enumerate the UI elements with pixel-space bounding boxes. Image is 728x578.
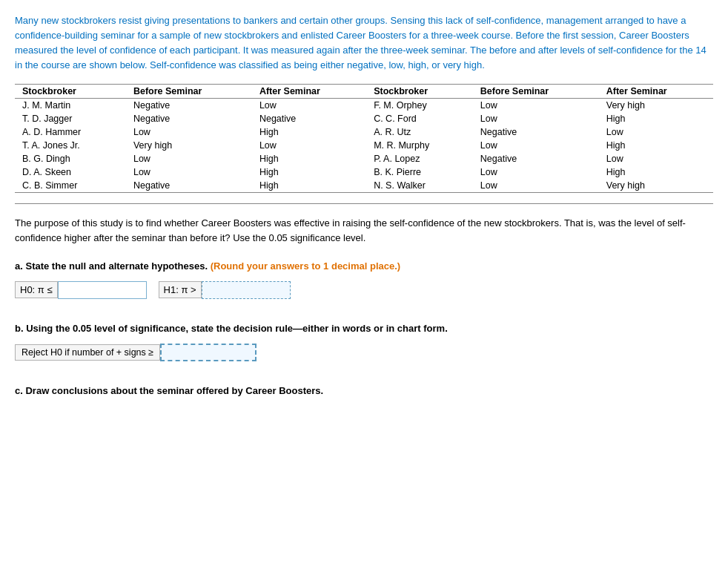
- table-cell: P. A. Lopez: [366, 152, 473, 165]
- section-b-label: b. Using the 0.05 level of significance,…: [15, 321, 713, 336]
- table-cell: Negative: [126, 98, 252, 112]
- table-cell: Negative: [252, 112, 366, 125]
- hypothesis-row: H0: π ≤ H1: π >: [15, 281, 713, 299]
- table-cell: Very high: [126, 139, 252, 152]
- table-cell: Negative: [126, 112, 252, 125]
- data-table: Stockbroker Before Seminar After Seminar…: [15, 85, 713, 193]
- table-cell: High: [599, 139, 713, 152]
- table-cell: Low: [126, 165, 252, 179]
- table-cell: J. M. Martin: [15, 98, 126, 112]
- table-cell: Low: [599, 152, 713, 165]
- section-c: c. Draw conclusions about the seminar of…: [15, 384, 713, 398]
- section-c-label: c. Draw conclusions about the seminar of…: [15, 384, 713, 398]
- table-row: J. M. MartinNegativeLowF. M. OrpheyLowVe…: [15, 98, 713, 112]
- intro-paragraph: Many new stockbrokers resist giving pres…: [15, 13, 713, 73]
- purpose-paragraph: The purpose of this study is to find whe…: [15, 216, 713, 246]
- table-row: T. D. JaggerNegativeNegativeC. C. FordLo…: [15, 112, 713, 125]
- col-header-after-2: After Seminar: [599, 85, 713, 99]
- table-row: D. A. SkeenLowHighB. K. PierreLowHigh: [15, 165, 713, 179]
- col-header-before-2: Before Seminar: [473, 85, 599, 99]
- table-cell: High: [252, 165, 366, 179]
- table-cell: High: [599, 165, 713, 179]
- decision-row: Reject H0 if number of + signs ≥: [15, 344, 713, 361]
- table-cell: T. A. Jones Jr.: [15, 139, 126, 152]
- section-c-letter: c.: [15, 385, 25, 396]
- decision-input[interactable]: [160, 344, 257, 361]
- col-header-stockbroker-1: Stockbroker: [15, 85, 126, 99]
- table-cell: High: [252, 152, 366, 165]
- table-cell: A. D. Hammer: [15, 125, 126, 139]
- table-cell: F. M. Orphey: [366, 98, 473, 112]
- table-cell: Low: [473, 165, 599, 179]
- section-b-text2: the decision rule—either in words or in …: [216, 323, 448, 334]
- table-cell: Low: [126, 152, 252, 165]
- table-row: A. D. HammerLowHighA. R. UtzNegativeLow: [15, 125, 713, 139]
- section-b-letter: b.: [15, 323, 26, 334]
- table-cell: High: [252, 179, 366, 193]
- table-row: T. A. Jones Jr.Very highLowM. R. MurphyL…: [15, 139, 713, 152]
- table-cell: C. C. Ford: [366, 112, 473, 125]
- table-cell: High: [599, 112, 713, 125]
- table-cell: B. G. Dingh: [15, 152, 126, 165]
- table-cell: Low: [473, 139, 599, 152]
- table-header-row: Stockbroker Before Seminar After Seminar…: [15, 85, 713, 99]
- section-a: a. State the null and alternate hypothes…: [15, 259, 713, 299]
- section-c-text: Draw conclusions about the seminar offer…: [25, 385, 323, 396]
- col-header-after-1: After Seminar: [252, 85, 366, 99]
- section-a-label: a. State the null and alternate hypothes…: [15, 259, 713, 274]
- table-cell: Very high: [599, 98, 713, 112]
- table-cell: Very high: [599, 179, 713, 193]
- table-cell: Low: [252, 139, 366, 152]
- table-cell: Low: [473, 179, 599, 193]
- decision-label: Reject H0 if number of + signs ≥: [15, 344, 160, 361]
- section-b-highlight: state: [191, 323, 214, 334]
- col-header-before-1: Before Seminar: [126, 85, 252, 99]
- h1-label: H1: π >: [159, 281, 202, 298]
- table-cell: B. K. Pierre: [366, 165, 473, 179]
- data-table-wrapper: Stockbroker Before Seminar After Seminar…: [15, 84, 713, 204]
- col-header-stockbroker-2: Stockbroker: [366, 85, 473, 99]
- table-cell: C. B. Simmer: [15, 179, 126, 193]
- h1-input[interactable]: [202, 281, 291, 299]
- table-cell: T. D. Jagger: [15, 112, 126, 125]
- table-cell: High: [252, 125, 366, 139]
- section-a-letter: a.: [15, 260, 25, 272]
- section-a-note: (Round your answers to 1 decimal place.): [211, 260, 400, 272]
- table-cell: Low: [599, 125, 713, 139]
- table-cell: Low: [473, 112, 599, 125]
- section-b: b. Using the 0.05 level of significance,…: [15, 321, 713, 361]
- table-cell: Negative: [473, 152, 599, 165]
- intro-highlight-text: Many new stockbrokers resist giving pres…: [15, 15, 707, 70]
- table-cell: Negative: [473, 125, 599, 139]
- section-b-text1: Using the 0.05 level of significance,: [26, 323, 191, 334]
- table-cell: Negative: [126, 179, 252, 193]
- table-cell: Low: [252, 98, 366, 112]
- table-cell: M. R. Murphy: [366, 139, 473, 152]
- table-cell: A. R. Utz: [366, 125, 473, 139]
- h0-input[interactable]: [58, 281, 147, 299]
- h0-label: H0: π ≤: [15, 281, 58, 298]
- table-cell: N. S. Walker: [366, 179, 473, 193]
- section-a-text: State the null and alternate hypotheses.: [25, 260, 210, 272]
- table-row: B. G. DinghLowHighP. A. LopezNegativeLow: [15, 152, 713, 165]
- table-cell: D. A. Skeen: [15, 165, 126, 179]
- table-cell: Low: [126, 125, 252, 139]
- table-row: C. B. SimmerNegativeHighN. S. WalkerLowV…: [15, 179, 713, 193]
- table-cell: Low: [473, 98, 599, 112]
